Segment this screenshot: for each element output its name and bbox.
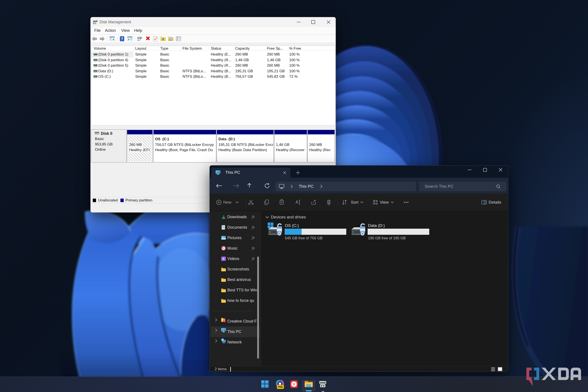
svg-text:?: ? xyxy=(121,37,123,41)
svg-text:V: V xyxy=(293,382,295,386)
svg-text:PRE: PRE xyxy=(278,386,283,388)
